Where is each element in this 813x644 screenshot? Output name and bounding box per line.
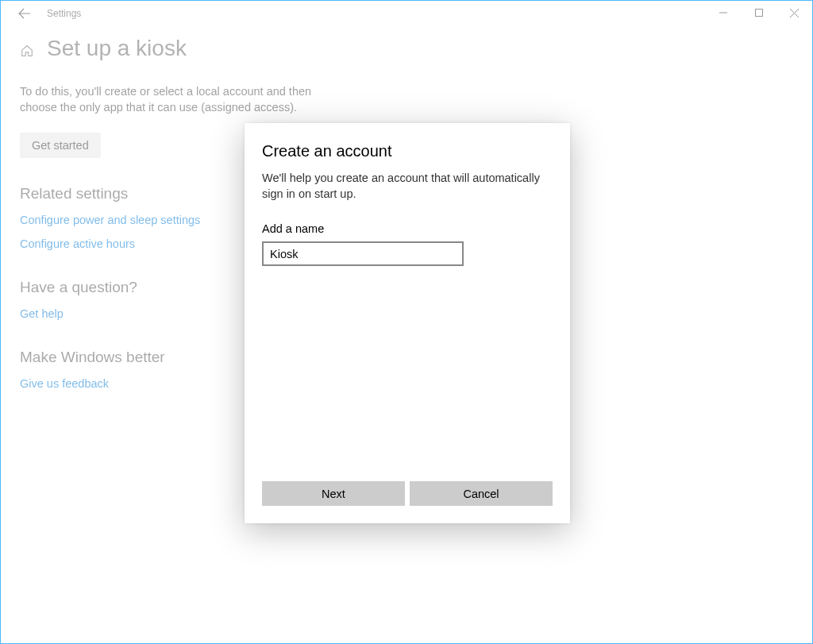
name-input[interactable] (262, 241, 464, 266)
next-button[interactable]: Next (262, 481, 405, 506)
create-account-dialog: Create an account We'll help you create … (245, 123, 570, 523)
dialog-title: Create an account (262, 142, 553, 160)
dialog-buttons: Next Cancel (262, 481, 553, 506)
cancel-button[interactable]: Cancel (410, 481, 553, 506)
dialog-description: We'll help you create an account that wi… (262, 170, 553, 202)
name-field-label: Add a name (262, 222, 553, 235)
